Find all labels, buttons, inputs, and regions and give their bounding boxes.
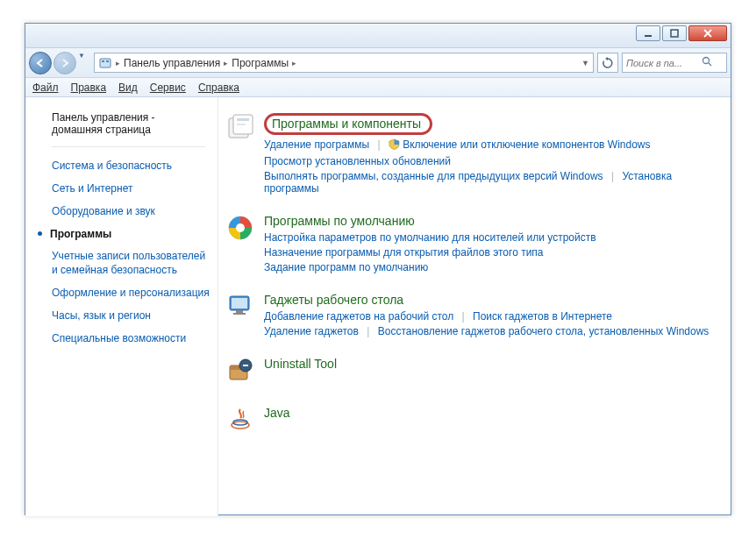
menu-tools[interactable]: Сервис [150,82,186,94]
menubar: Файл Правка Вид Сервис Справка [25,78,731,97]
section-title-uninstall-tool[interactable]: Uninstall Tool [264,357,337,371]
menu-view[interactable]: Вид [118,82,138,94]
link-restore-gadgets[interactable]: Восстановление гаджетов рабочего стола, … [378,325,710,337]
link-file-associations[interactable]: Назначение программы для открытия файлов… [264,246,544,259]
svg-line-6 [709,63,711,66]
link-compat-programs[interactable]: Выполнять программы, созданные для преды… [264,170,603,182]
divider [52,146,205,147]
maximize-icon [670,29,679,38]
arrow-left-icon [35,58,46,68]
chevron-right-icon: ▸ [292,59,296,67]
section-desktop-gadgets: Гаджеты рабочего стола Добавление гаджет… [225,293,715,337]
sidebar-item-appearance[interactable]: Оформление и персонализация [25,281,218,304]
breadcrumb-programs[interactable]: Программы [232,57,289,69]
svg-rect-16 [233,313,246,315]
sidebar-home-line2: домашняя страница [52,124,151,136]
svg-rect-0 [645,35,652,37]
programs-features-icon [225,113,255,143]
link-windows-features[interactable]: Включение или отключение компонентов Win… [403,138,650,151]
chevron-right-icon: ▸ [224,59,228,67]
navbar: ▼ ▸ Панель управления ▸ Программы ▸ ▼ [25,48,731,78]
section-title-java[interactable]: Java [264,406,290,420]
address-bar[interactable]: ▸ Панель управления ▸ Программы ▸ ▼ [94,53,594,73]
section-programs-features: Программы и компоненты Удаление программ… [225,113,715,195]
link-find-gadgets[interactable]: Поиск гаджетов в Интернете [473,310,612,323]
svg-rect-3 [102,60,104,62]
java-icon [225,406,255,436]
back-button[interactable] [29,52,52,74]
sidebar-item-accessibility[interactable]: Специальные возможности [25,327,218,350]
sidebar-item-user-accounts[interactable]: Учетные записи пользователей и семейная … [25,245,218,281]
svg-rect-14 [232,298,247,308]
uninstall-tool-icon [225,357,255,386]
arrow-right-icon [60,58,70,68]
body: Панель управления - домашняя страница Си… [25,97,731,516]
svg-point-5 [703,58,710,64]
separator: | [462,310,465,323]
svg-rect-20 [243,365,248,366]
default-programs-icon [225,214,255,244]
svg-rect-9 [237,118,249,121]
svg-rect-2 [100,59,111,67]
sidebar-item-network-internet[interactable]: Сеть и Интернет [25,177,218,200]
svg-rect-1 [671,30,678,37]
section-title-gadgets[interactable]: Гаджеты рабочего стола [264,293,403,307]
svg-point-12 [236,223,245,232]
sidebar-home[interactable]: Панель управления - домашняя страница [25,108,218,145]
control-panel-icon [98,56,112,70]
forward-button[interactable] [53,52,76,74]
breadcrumb-control-panel[interactable]: Панель управления [124,57,220,69]
sidebar-item-hardware-sound[interactable]: Оборудование и звук [25,200,218,223]
svg-rect-15 [236,310,243,313]
section-title-default-programs[interactable]: Программы по умолчанию [264,214,415,228]
search-input[interactable] [626,58,698,68]
uac-shield-icon [389,138,400,152]
gadgets-icon [225,293,255,323]
titlebar [25,24,731,48]
separator: | [377,138,380,151]
minimize-icon [644,29,653,38]
address-dropdown-icon[interactable]: ▼ [581,59,589,67]
close-button[interactable] [688,25,727,41]
svg-rect-10 [237,124,246,125]
search-icon [702,56,712,69]
link-uninstall-program[interactable]: Удаление программы [264,138,369,151]
link-view-updates[interactable]: Просмотр установленных обновлений [264,155,451,167]
sidebar-item-system-security[interactable]: Система и безопасность [25,154,218,177]
link-remove-gadgets[interactable]: Удаление гаджетов [264,325,359,337]
menu-file[interactable]: Файл [32,82,59,94]
section-default-programs: Программы по умолчанию Настройка парамет… [225,214,715,273]
section-uninstall-tool: Uninstall Tool [225,357,715,386]
nav-buttons: ▼ [29,52,90,74]
refresh-button[interactable] [597,53,618,73]
separator: | [611,170,614,182]
chevron-right-icon: ▸ [116,59,120,67]
refresh-icon [602,57,614,69]
section-java: Java [225,406,715,436]
link-autoplay-settings[interactable]: Настройка параметров по умолчанию для но… [264,231,596,244]
close-icon [703,29,713,38]
nav-history-dropdown[interactable]: ▼ [78,52,90,74]
content: Программы и компоненты Удаление программ… [218,97,731,516]
search-box[interactable] [622,53,727,73]
control-panel-window: ▼ ▸ Панель управления ▸ Программы ▸ ▼ Фа… [25,23,731,515]
menu-edit[interactable]: Правка [71,82,107,94]
minimize-button[interactable] [636,25,660,41]
link-add-gadgets[interactable]: Добавление гаджетов на рабочий стол [264,310,453,323]
link-set-defaults[interactable]: Задание программ по умолчанию [264,261,428,273]
svg-rect-4 [106,60,109,62]
sidebar-item-programs[interactable]: Программы [25,223,218,245]
section-title-programs-features[interactable]: Программы и компоненты [272,117,421,131]
menu-help[interactable]: Справка [198,82,239,94]
separator: | [367,325,369,337]
maximize-button[interactable] [662,25,687,41]
sidebar-home-line1: Панель управления - [52,111,155,124]
sidebar-item-clock-language[interactable]: Часы, язык и регион [25,304,218,327]
sidebar: Панель управления - домашняя страница Си… [25,97,218,516]
annotation-highlight: Программы и компоненты [264,113,432,135]
